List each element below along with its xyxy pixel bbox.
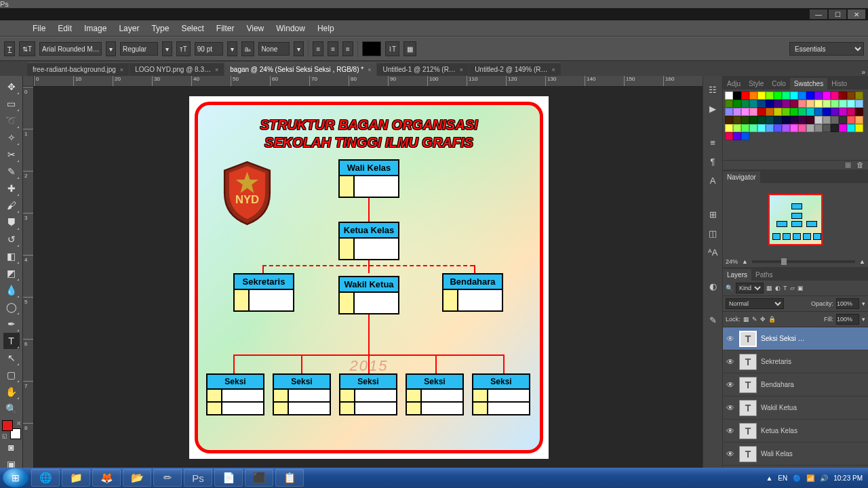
close-icon[interactable]: × xyxy=(368,66,371,73)
tray-expand-icon[interactable]: ▲ xyxy=(766,474,772,482)
navigator-body[interactable] xyxy=(723,183,868,256)
swatch[interactable] xyxy=(741,92,749,100)
panel-icon[interactable]: ≡ xyxy=(706,136,719,149)
swatch[interactable] xyxy=(766,116,774,124)
swatch[interactable] xyxy=(749,116,757,124)
swatch[interactable] xyxy=(725,100,733,108)
color-picker[interactable]: ⤭ ◱ xyxy=(2,420,21,439)
lock-brush-icon[interactable]: ✎ xyxy=(752,316,757,323)
align-left-icon[interactable]: ≡ xyxy=(313,41,323,56)
menu-layer[interactable]: Layer xyxy=(113,22,144,35)
canvas-area[interactable]: 0102030405060708090100110120130140150160… xyxy=(23,76,703,484)
panel-icon[interactable]: ✎ xyxy=(706,313,719,327)
lasso-tool-icon[interactable]: ➰ xyxy=(3,113,20,129)
font-family-select[interactable] xyxy=(39,42,102,56)
swatch[interactable] xyxy=(790,116,798,124)
swatch[interactable] xyxy=(741,132,749,140)
swatch[interactable] xyxy=(733,100,741,108)
nav-zoom-value[interactable]: 24% xyxy=(726,258,738,265)
filter-adjust-icon[interactable]: ◐ xyxy=(775,285,781,291)
panel-icon[interactable]: ◐ xyxy=(706,279,719,293)
swatches-grid[interactable] xyxy=(723,89,868,142)
zoom-in-icon[interactable]: ▲ xyxy=(859,258,865,265)
swatch[interactable] xyxy=(847,108,855,116)
layer-row[interactable]: 👁TKetua Kelas xyxy=(723,420,868,443)
doc-tab[interactable]: Untitled-2 @ 149% (R…× xyxy=(469,62,561,76)
swatch[interactable] xyxy=(806,116,814,124)
tab-styles[interactable]: Style xyxy=(745,78,768,89)
taskbar-app[interactable]: 📂 xyxy=(123,469,151,487)
doc-tab[interactable]: LOGO NYD.png @ 8.3…× xyxy=(130,62,224,76)
maximize-button[interactable]: ☐ xyxy=(829,9,846,19)
swatch[interactable] xyxy=(855,116,863,124)
tab-paths[interactable]: Paths xyxy=(751,269,777,281)
fill-input[interactable] xyxy=(836,314,859,325)
panels-toggle-icon[interactable]: ▦ xyxy=(403,41,416,56)
swatch[interactable] xyxy=(855,108,863,116)
swatch[interactable] xyxy=(790,100,798,108)
visibility-icon[interactable]: 👁 xyxy=(726,403,735,413)
swatch[interactable] xyxy=(766,124,774,132)
taskbar-app[interactable]: 📄 xyxy=(214,469,243,487)
move-tool-icon[interactable]: ✥ xyxy=(3,79,20,95)
zoom-slider[interactable] xyxy=(752,260,855,263)
antialias-select[interactable] xyxy=(258,42,290,56)
lock-all-icon[interactable]: 🔒 xyxy=(768,316,776,323)
filter-kind-icon[interactable]: 🔍 xyxy=(726,285,733,291)
swatch[interactable] xyxy=(839,116,847,124)
swatch[interactable] xyxy=(798,100,806,108)
swatch[interactable] xyxy=(806,108,814,116)
taskbar-app[interactable]: ⬛ xyxy=(245,469,273,487)
swatch[interactable] xyxy=(855,124,863,132)
swatch[interactable] xyxy=(749,124,757,132)
foreground-color-swatch[interactable] xyxy=(2,420,13,431)
swatch[interactable] xyxy=(757,124,766,132)
layer-row[interactable]: 👁TSekretaris xyxy=(723,350,868,373)
swatch[interactable] xyxy=(782,124,790,132)
close-icon[interactable]: × xyxy=(215,66,218,73)
swatch[interactable] xyxy=(814,124,823,132)
eyedropper-tool-icon[interactable]: ✎ xyxy=(3,163,20,180)
swatch[interactable] xyxy=(725,124,733,132)
crop-tool-icon[interactable]: ✂ xyxy=(3,146,20,163)
swatch[interactable] xyxy=(774,92,782,100)
menu-image[interactable]: Image xyxy=(79,22,112,35)
swatch[interactable] xyxy=(725,116,733,124)
swatch[interactable] xyxy=(725,132,733,140)
eraser-tool-icon[interactable]: ◧ xyxy=(3,248,20,264)
swatch[interactable] xyxy=(823,100,831,108)
hand-tool-icon[interactable]: ✋ xyxy=(3,384,20,400)
swatch[interactable] xyxy=(839,92,847,100)
swatch[interactable] xyxy=(831,100,839,108)
swatch[interactable] xyxy=(741,100,749,108)
swatch[interactable] xyxy=(847,124,855,132)
align-center-icon[interactable]: ≡ xyxy=(328,41,338,56)
tray-volume-icon[interactable]: 🔊 xyxy=(820,474,828,482)
swatch[interactable] xyxy=(774,116,782,124)
close-icon[interactable]: × xyxy=(552,66,555,73)
swatch[interactable] xyxy=(814,108,823,116)
history-brush-icon[interactable]: ↺ xyxy=(3,231,20,247)
swatch[interactable] xyxy=(733,124,741,132)
menu-file[interactable]: File xyxy=(27,22,51,35)
doc-tab[interactable]: bagan @ 24% (Seksi Seksi Seksi , RGB/8) … xyxy=(224,62,376,76)
character-panel-icon[interactable]: A xyxy=(706,174,719,187)
swatch[interactable] xyxy=(823,116,831,124)
tab-histogram[interactable]: Histo xyxy=(827,78,851,89)
type-tool-preset-icon[interactable]: T̲ xyxy=(4,41,15,56)
ruler-vertical[interactable]: 012345678 xyxy=(23,87,34,470)
dodge-tool-icon[interactable]: ◯ xyxy=(3,299,20,315)
swatch[interactable] xyxy=(798,108,806,116)
align-right-icon[interactable]: ≡ xyxy=(342,41,353,56)
new-swatch-icon[interactable]: ⊞ xyxy=(845,161,851,169)
swatch[interactable] xyxy=(831,92,839,100)
wand-tool-icon[interactable]: ✧ xyxy=(3,129,20,146)
swatch[interactable] xyxy=(741,108,749,116)
visibility-icon[interactable]: 👁 xyxy=(726,334,735,344)
swatch[interactable] xyxy=(798,92,806,100)
history-panel-icon[interactable]: ☷ xyxy=(706,83,719,96)
swatch[interactable] xyxy=(831,108,839,116)
close-button[interactable]: ✕ xyxy=(848,9,865,19)
menu-window[interactable]: Window xyxy=(271,22,311,35)
swatch[interactable] xyxy=(757,92,766,100)
